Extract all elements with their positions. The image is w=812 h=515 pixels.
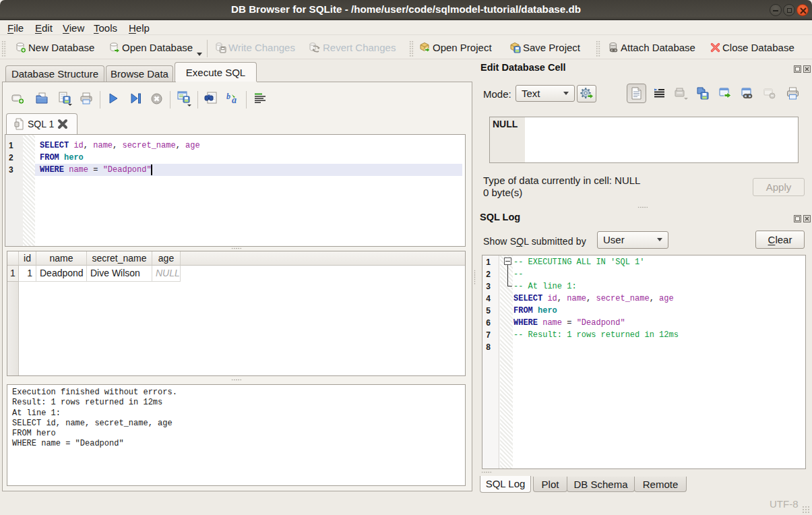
svg-text:b: b <box>226 92 230 101</box>
